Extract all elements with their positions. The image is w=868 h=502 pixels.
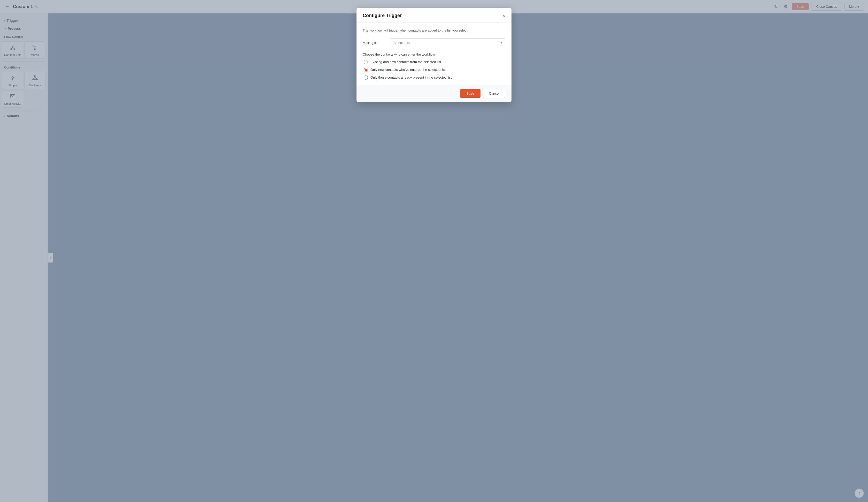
radio-only-existing-input[interactable] xyxy=(364,76,368,80)
save-button[interactable]: Save xyxy=(460,89,480,98)
radio-existing-and-new-input[interactable] xyxy=(364,60,368,64)
modal-title: Configure Trigger xyxy=(363,13,402,18)
radio-existing-and-new-label: Existing and new contacts from the selec… xyxy=(371,60,441,64)
mailing-list-field-row: Mailing list Select a list ▾ xyxy=(363,38,505,47)
modal-description: The workflow will trigger when contacts … xyxy=(363,28,505,33)
modal-overlay: Configure Trigger × The workflow will tr… xyxy=(0,0,868,502)
radio-option-only-new[interactable]: Only new contacts who've entered the sel… xyxy=(364,68,505,72)
modal-body: The workflow will trigger when contacts … xyxy=(356,23,512,85)
mailing-list-select[interactable]: Select a list xyxy=(390,38,505,47)
modal-footer: Save Cancel xyxy=(356,85,512,102)
radio-option-existing-and-new[interactable]: Existing and new contacts from the selec… xyxy=(364,60,505,64)
radio-option-only-existing[interactable]: Only those contacts already present in t… xyxy=(364,76,505,80)
cancel-button[interactable]: Cancel xyxy=(483,89,505,98)
radio-options-group: Existing and new contacts from the selec… xyxy=(363,60,505,80)
modal-header: Configure Trigger × xyxy=(356,8,512,23)
modal-close-button[interactable]: × xyxy=(502,13,505,18)
radio-only-existing-label: Only those contacts already present in t… xyxy=(371,76,452,79)
radio-only-new-label: Only new contacts who've entered the sel… xyxy=(371,68,446,72)
radio-only-new-input[interactable] xyxy=(364,68,368,72)
mailing-list-select-wrapper: Select a list ▾ xyxy=(390,38,505,47)
radio-group-label: Choose the contacts who can enter the wo… xyxy=(363,52,505,56)
mailing-list-label: Mailing list xyxy=(363,41,386,45)
configure-trigger-modal: Configure Trigger × The workflow will tr… xyxy=(356,8,512,102)
